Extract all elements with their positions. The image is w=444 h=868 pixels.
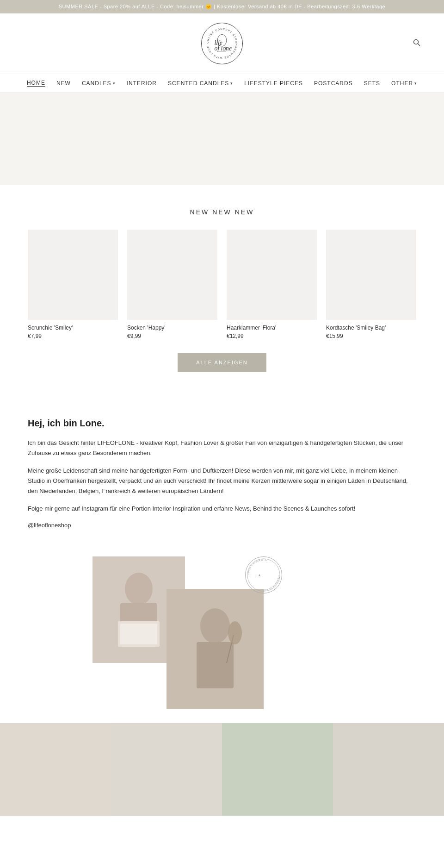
svg-line-9 (418, 44, 420, 46)
nav-candles[interactable]: CANDLES ▾ (82, 80, 116, 87)
svg-rect-14 (120, 624, 157, 644)
product-name-0: Scrunchie 'Smiley' (28, 325, 118, 331)
about-photo-right (166, 589, 264, 709)
about-paragraph-2: Folge mir gerne auf Instagram für eine P… (28, 504, 416, 514)
product-name-2: Haarklammer 'Flora' (227, 325, 317, 331)
gallery-item-0 (0, 723, 111, 816)
about-section: Hej, ich bin Lone. Ich bin das Gesicht h… (0, 390, 444, 547)
new-section-title: NEW NEW NEW (28, 208, 416, 216)
nav-sets[interactable]: SETS (364, 80, 380, 87)
product-price-2: €12,99 (227, 333, 317, 339)
product-image-0 (28, 230, 118, 320)
nav-scented-candles[interactable]: SCENTED CANDLES ▾ (168, 80, 233, 87)
hero-banner (0, 93, 444, 185)
about-paragraph-1: Meine große Leidenschaft sind meine hand… (28, 466, 416, 496)
logo[interactable]: ONLINE CONCEPT STORE HANDMADE WITH LOVE … (201, 23, 243, 64)
other-chevron-icon: ▾ (414, 81, 417, 86)
svg-point-19 (228, 621, 242, 644)
product-card-3[interactable]: Kordtasche 'Smiley Bag' €15,99 (326, 230, 416, 339)
about-paragraph-0: Ich bin das Gesicht hinter LIFEOFLONE - … (28, 438, 416, 458)
show-all-button[interactable]: ALLE ANZEIGEN (178, 353, 266, 372)
svg-text:of lone: of lone (214, 45, 232, 52)
nav-home[interactable]: HOME (27, 80, 45, 87)
product-price-3: €15,99 (326, 333, 416, 339)
svg-text:owner • founder of •: owner • founder of • (247, 558, 271, 575)
about-images-section: owner • founder of • lifeoflone design ✦ (0, 547, 444, 723)
svg-rect-17 (197, 642, 234, 688)
scented-chevron-icon: ▾ (230, 81, 233, 86)
candles-chevron-icon: ▾ (113, 81, 116, 86)
header: ONLINE CONCEPT STORE HANDMADE WITH LOVE … (0, 13, 444, 74)
product-image-1 (127, 230, 217, 320)
product-image-3 (326, 230, 416, 320)
svg-point-16 (200, 608, 230, 643)
product-image-2 (227, 230, 317, 320)
product-name-3: Kordtasche 'Smiley Bag' (326, 325, 416, 331)
announcement-bar: SUMMER SALE - Spare 20% auf ALLE - Code:… (0, 0, 444, 13)
product-name-1: Socken 'Happy' (127, 325, 217, 331)
svg-text:✦: ✦ (258, 573, 261, 576)
products-grid: Scrunchie 'Smiley' €7,99 Socken 'Happy' … (28, 230, 416, 339)
show-all-wrapper: ALLE ANZEIGEN (28, 353, 416, 372)
logo-svg: ONLINE CONCEPT STORE HANDMADE WITH LOVE … (202, 23, 242, 64)
gallery-item-2 (222, 723, 333, 816)
nav-postcards[interactable]: POSTCARDS (314, 80, 353, 87)
nav-interior[interactable]: INTERIOR (127, 80, 157, 87)
gallery-item-1 (111, 723, 222, 816)
nav-other[interactable]: OTHER ▾ (391, 80, 417, 87)
product-card-2[interactable]: Haarklammer 'Flora' €12,99 (227, 230, 317, 339)
product-card-1[interactable]: Socken 'Happy' €9,99 (127, 230, 217, 339)
about-instagram[interactable]: @lifeofloneshop (28, 522, 416, 529)
nav-new[interactable]: NEW (56, 80, 71, 87)
gallery-item-3 (333, 723, 444, 816)
product-card-0[interactable]: Scrunchie 'Smiley' €7,99 (28, 230, 118, 339)
product-price-0: €7,99 (28, 333, 118, 339)
product-price-1: €9,99 (127, 333, 217, 339)
logo-circle: ONLINE CONCEPT STORE HANDMADE WITH LOVE … (201, 23, 243, 64)
svg-text:lifeoflone design: lifeoflone design (262, 575, 280, 591)
announcement-text: SUMMER SALE - Spare 20% auf ALLE - Code:… (59, 4, 385, 9)
nav-lifestyle[interactable]: LIFESTYLE PIECES (244, 80, 303, 87)
svg-point-8 (414, 39, 419, 44)
search-icon[interactable] (413, 38, 421, 49)
new-products-section: NEW NEW NEW Scrunchie 'Smiley' €7,99 Soc… (0, 185, 444, 390)
main-nav: HOME NEW CANDLES ▾ INTERIOR SCENTED CAND… (0, 74, 444, 93)
about-circle-badge: owner • founder of • lifeoflone design ✦ (245, 556, 282, 593)
bottom-gallery (0, 723, 444, 816)
svg-point-11 (125, 573, 153, 605)
about-title: Hej, ich bin Lone. (28, 418, 416, 429)
